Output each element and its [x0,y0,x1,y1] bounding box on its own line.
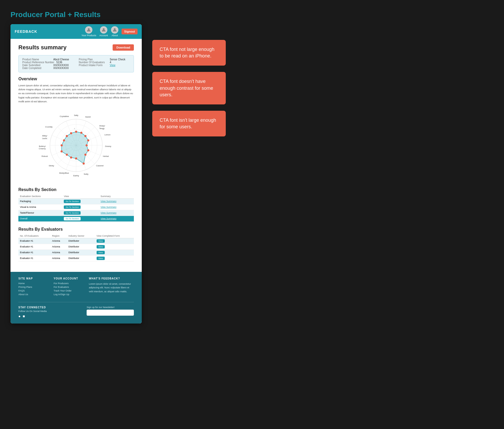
svg-point-27 [84,135,86,137]
browser-mockup: FEEDBACK Your Products Account [10,24,142,324]
radar-chart: 5 Salty Sweet Sharp/ Tangy Lemon Grassy … [39,109,113,182]
newsletter-label: Sign up for our Newsletter! [87,306,134,309]
footer-link-login[interactable]: Log In/Sign Up [54,293,83,296]
nav-logo: FEEDBACK [15,29,37,34]
svg-text:Tangy: Tangy [99,127,104,130]
svg-text:Lemon: Lemon [104,134,111,136]
overview-section: Overview Lorem ipsum dolor sit amet, con… [18,77,134,103]
footer: SITE MAP Home Pricing Plans FAQS About U… [10,272,142,324]
section-view: Go To Section [62,210,99,216]
instagram-icon[interactable]: ● [18,314,20,318]
eval-col-region: Region [50,234,67,238]
svg-text:Milky/: Milky/ [42,135,48,137]
svg-text:Salty: Salty [74,114,78,116]
product-info-left: Product Name Abcd Cheese Product Referen… [22,58,74,70]
eval-view-btn[interactable]: View [97,245,105,248]
table-row: Taste/Flavour Go To Section View Summary [18,210,134,216]
svg-point-35 [66,153,68,156]
eval-view-btn[interactable]: View [97,251,105,254]
svg-point-31 [84,153,86,156]
results-title: Results summary [18,44,66,51]
footer-divider [18,302,134,302]
overview-title: Overview [18,77,134,81]
date-submitted-label: Date Submitted [22,64,51,67]
facebook-icon[interactable]: ■ [23,314,25,318]
go-to-section-btn[interactable]: Go To Section [64,211,81,215]
section-summary: View Summary [99,198,134,204]
num-evaluators-row: Number Of Evaluators 4 [79,61,130,64]
product-intake-view-link[interactable]: View [110,64,116,67]
svg-text:Moldy/Blue: Moldy/Blue [59,172,69,174]
product-name-row: Product Name Abcd Cheese [22,58,74,61]
view-summary-btn[interactable]: View Summary [101,206,116,208]
eval-col-sector: Industry Sector [67,234,95,238]
svg-point-29 [86,144,88,146]
product-info-grid: Product Name Abcd Cheese Product Referen… [22,58,130,70]
svg-point-37 [61,144,63,146]
about-label: About [112,34,118,37]
svg-point-28 [87,139,89,141]
social-icons: ● ■ [18,314,47,318]
svg-text:Stinky: Stinky [49,165,54,167]
table-row: Evaluator #1 Arizona Distributor View [18,255,134,261]
page-title: Producer Portal + Results [10,10,494,19]
pricing-plan-row: Pricing Plan Sense Check [79,58,130,61]
footer-link-home[interactable]: Home [18,282,48,285]
eval-name: Evaluator #1 [18,244,50,250]
eval-sector: Distributor [67,238,95,244]
svg-text:Robust: Robust [41,155,48,157]
view-summary-btn[interactable]: View Summary [101,211,116,214]
footer-sitemap: SITE MAP Home Pricing Plans FAQS About U… [18,277,48,297]
go-to-section-overall-btn[interactable]: Go To Section [64,217,81,220]
footer-account: YOUR ACCOUNT For Producers For Evaluator… [54,277,83,297]
main-layout: FEEDBACK Your Products Account [10,24,494,324]
eval-view-btn[interactable]: View [97,239,105,243]
signout-button[interactable]: Signout [122,29,138,34]
product-name-label: Product Name [22,58,51,61]
eval-view-btn[interactable]: View [97,257,105,260]
footer-link-producers[interactable]: For Producers [54,282,83,285]
nav-about[interactable]: About [111,26,118,37]
footer-link-about[interactable]: About Us [18,293,48,296]
section-view-overall: Go To Section [62,216,99,221]
svg-point-38 [63,139,65,141]
go-to-section-btn[interactable]: Go To Section [64,205,81,209]
pricing-plan-label: Pricing Plan [79,58,108,61]
eval-view: View [95,238,134,244]
eval-name: Evaluator #1 [18,255,50,261]
footer-bottom: STAY CONNECTED Follow Us On Social Media… [18,306,134,318]
svg-text:Crumbly: Crumbly [45,126,52,128]
section-col-name: Evaluation Sections [18,194,62,199]
svg-text:Buttery/: Buttery/ [39,145,46,147]
content-area: Results summary Download Product Name Ab… [10,39,142,272]
your-products-avatar [85,26,92,34]
view-summary-overall-btn[interactable]: View Summary [101,217,116,220]
feedback-card-2: CTA font doesn't have enough contrast fo… [152,72,226,104]
pricing-plan-value: Sense Check [110,58,125,61]
product-intake-label: Product Intake Form [79,64,108,67]
newsletter-input[interactable] [87,310,134,316]
go-to-section-btn[interactable]: Go To Section [64,200,81,203]
radar-chart-container: 5 Salty Sweet Sharp/ Tangy Lemon Grassy … [18,109,134,182]
section-name: Taste/Flavour [18,210,62,216]
eval-view: View [95,244,134,250]
section-results-table: Evaluation Sections View Summary Packagi… [18,194,134,222]
feedback-cards: CTA font not large enough to be read on … [152,24,226,136]
footer-link-track[interactable]: Track Your Order [54,289,83,292]
nav-account[interactable]: Account [99,26,108,37]
svg-point-34 [70,156,72,158]
svg-marker-24 [62,132,88,163]
download-button[interactable]: Download [113,44,134,51]
nav-your-products[interactable]: Your Products [81,26,96,37]
eval-region: Arizona [50,255,67,261]
account-avatar [100,26,107,34]
footer-link-faqs[interactable]: FAQS [18,289,48,292]
footer-link-pricing[interactable]: Pricing Plans [18,286,48,288]
view-summary-btn[interactable]: View Summary [101,200,116,203]
svg-text:Creamy: Creamy [39,147,46,150]
footer-link-evaluators[interactable]: For Evaluators [54,286,83,288]
eval-region: Arizona [50,250,67,255]
date-submitted-row: Date Submitted XX/XX/XXXX [22,64,74,67]
your-products-label: Your Products [81,34,96,37]
section-name: Visual & Aroma [18,204,62,210]
